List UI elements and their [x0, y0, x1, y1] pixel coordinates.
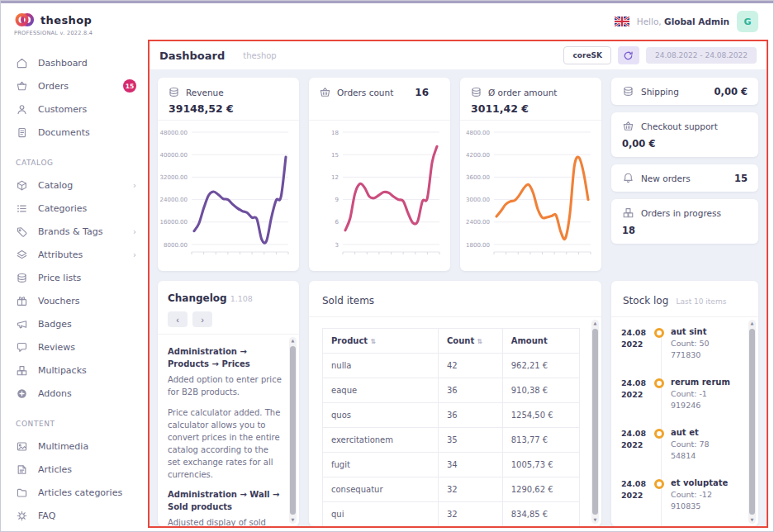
chart-value: 39148,52 €: [169, 102, 289, 115]
changelog-card: Changelog1.108 ‹ › Administration → Prod…: [158, 281, 299, 526]
chart-value: 3011,42 €: [471, 102, 591, 115]
sidebar-item[interactable]: Vouchers: [1, 289, 148, 312]
scrollbar-down-icon[interactable]: ▼: [591, 518, 599, 522]
line-chart: 48000.0040000.0032000.0024000.0016000.00…: [158, 121, 299, 271]
language-flag-icon[interactable]: [615, 17, 629, 26]
list-icon: [16, 202, 28, 215]
product-cell: consequatur: [323, 477, 439, 502]
orders-count-badge: 15: [123, 79, 136, 93]
scrollbar[interactable]: ▲ ▼: [748, 320, 756, 524]
changelog-title: Changelog1.108: [168, 292, 253, 304]
sidebar-item[interactable]: Articles: [1, 458, 148, 481]
amount-cell: 1005,73 €: [502, 453, 579, 477]
count-cell: 42: [438, 354, 502, 378]
amount-cell: 910,38 €: [502, 378, 579, 403]
sidebar-item[interactable]: Customers: [1, 97, 148, 121]
table-row[interactable]: fugit 34 1005,73 €: [323, 453, 580, 477]
svg-text:1800.00: 1800.00: [466, 242, 490, 249]
stat-value: 0,00 €: [622, 138, 748, 150]
amount-cell: 1290,62 €: [502, 477, 579, 502]
sidebar-item[interactable]: Orders 15: [1, 74, 148, 97]
svg-text:3600.00: 3600.00: [466, 174, 490, 181]
sidebar-item[interactable]: FAQ: [1, 504, 148, 527]
sidebar-item[interactable]: Price lists: [1, 266, 148, 289]
revenue-chart: 48000.0040000.0032000.0024000.0016000.00…: [159, 122, 295, 264]
stock-log-entry[interactable]: 24.082022 et voluptate Count: -12 910835: [621, 478, 745, 511]
product-cell: nulla: [323, 354, 439, 378]
-order-amount-chart: 4800.004200.003600.003000.002400.001800.…: [461, 122, 597, 264]
scrollbar[interactable]: ▲ ▼: [289, 337, 297, 524]
scrollbar-thumb[interactable]: [290, 346, 296, 515]
sidebar-item[interactable]: Articles categories: [1, 481, 148, 504]
avatar[interactable]: G: [737, 11, 758, 32]
table-row[interactable]: exercitationem 35 813,77 €: [323, 428, 580, 453]
cart-icon: [16, 80, 28, 93]
scrollbar-down-icon[interactable]: ▼: [748, 518, 756, 522]
table-row[interactable]: nulla 42 962,21 €: [323, 354, 580, 378]
sidebar-item[interactable]: Brands & Tags ›: [1, 220, 148, 243]
scrollbar-thumb[interactable]: [749, 329, 755, 515]
scrollbar-up-icon[interactable]: ▲: [289, 339, 297, 343]
scrollbar[interactable]: ▲ ▼: [591, 320, 599, 524]
sort-icon: ⇅: [477, 338, 482, 345]
sidebar-item[interactable]: Addons: [1, 382, 148, 405]
sidebar-item[interactable]: Multipacks: [1, 359, 148, 382]
stock-log-entry[interactable]: 24.082022 aut sint Count: 50 771830: [621, 327, 745, 359]
sidebar-item[interactable]: Badges: [1, 312, 148, 335]
table-column-header[interactable]: Count⇅: [438, 329, 502, 354]
stat-value: 0,00 €: [715, 86, 748, 97]
refresh-button[interactable]: [618, 46, 639, 64]
table-row[interactable]: consequatur 32 1290,62 €: [323, 477, 580, 502]
sidebar-item[interactable]: Categories: [1, 197, 148, 220]
sidebar-item-label: Price lists: [38, 273, 81, 283]
timeline-bullet-icon: [654, 479, 664, 489]
stock-log-subtitle: Last 10 items: [676, 297, 726, 306]
stock-log-entry[interactable]: 24.082022 aut et Count: 78 54814: [621, 428, 745, 460]
table-row[interactable]: qui 32 834,85 €: [323, 502, 580, 527]
date-range-picker[interactable]: 24.08.2022 - 24.08.2022: [646, 47, 757, 64]
table-column-header[interactable]: Product⇅: [323, 329, 439, 354]
sidebar-item[interactable]: Reviews: [1, 335, 148, 359]
scrollbar-thumb[interactable]: [592, 329, 598, 515]
sidebar-item[interactable]: Catalog ›: [1, 173, 148, 197]
changelog-version: 1.108: [230, 294, 253, 303]
svg-text:16000.00: 16000.00: [160, 219, 188, 226]
packages-icon: [622, 207, 634, 219]
chart-value: 16: [415, 87, 429, 98]
svg-text:4800.00: 4800.00: [466, 130, 490, 136]
stock-log-body: 24.082022 aut sint Count: 50 771830: [611, 317, 758, 526]
table-row[interactable]: quos 36 1254,50 €: [323, 403, 580, 428]
scrollbar-up-icon[interactable]: ▲: [591, 321, 599, 325]
scrollbar-down-icon[interactable]: ▼: [289, 518, 297, 522]
sidebar-item[interactable]: Documents: [1, 121, 148, 144]
stat-card: Orders in progress 18: [611, 199, 758, 244]
stock-log-entry[interactable]: 24.082022 rerum rerum Count: -1 919246: [621, 378, 745, 410]
coins-icon: [470, 86, 482, 98]
chevron-right-icon: ›: [133, 250, 136, 259]
sidebar-item[interactable]: Multimedia: [1, 435, 148, 458]
sidebar-item-label: Articles: [38, 464, 72, 475]
sidebar-item-label: Documents: [38, 127, 90, 138]
svg-text:18: 18: [331, 130, 339, 136]
entry-date: 24.082022: [621, 327, 649, 359]
sidebar-section-title: CATALOG: [1, 144, 148, 173]
entry-ref: 910835: [671, 501, 728, 511]
sort-icon: ⇅: [370, 338, 376, 345]
changelog-next-button[interactable]: ›: [192, 311, 212, 327]
svg-text:48000.00: 48000.00: [160, 130, 188, 136]
sidebar-item-label: Reviews: [38, 342, 75, 353]
entry-count: Count: 50: [671, 339, 710, 348]
table-row[interactable]: eaque 36 910,38 €: [323, 378, 580, 403]
sidebar-item[interactable]: Dashboard: [1, 51, 148, 74]
basket-icon: [319, 86, 331, 98]
packages-icon: [16, 364, 28, 377]
sidebar-nav: Dashboard Orders 15 Customers Documents: [1, 51, 148, 527]
store-selector-button[interactable]: coreSK: [563, 46, 611, 64]
scrollbar-up-icon[interactable]: ▲: [748, 321, 756, 325]
count-cell: 35: [438, 428, 502, 453]
sidebar-item[interactable]: Attributes ›: [1, 243, 148, 266]
table-column-header[interactable]: Amount: [502, 329, 579, 354]
changelog-prev-button[interactable]: ‹: [168, 311, 188, 327]
entry-title: aut sint: [671, 327, 710, 336]
entry-ref: 771830: [671, 350, 710, 359]
